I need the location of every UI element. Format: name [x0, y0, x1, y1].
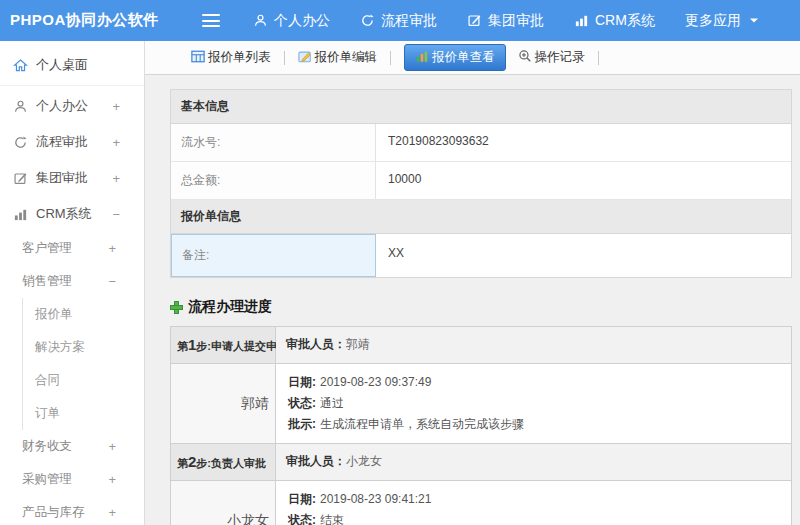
- expand-toggle[interactable]: +: [112, 135, 120, 150]
- view-chart-icon: [415, 50, 429, 66]
- nav-item-label: 集团审批: [488, 12, 544, 30]
- step-name: 步:申请人提交申请: [196, 340, 288, 352]
- expand-toggle[interactable]: +: [108, 472, 116, 487]
- home-icon: [12, 58, 28, 73]
- sidebar-item-label: 客户管理: [22, 240, 72, 257]
- comment-value: 生成流程申请单，系统自动完成该步骤: [320, 417, 524, 431]
- sidebar: 个人桌面 个人办公 + 流程审批 + 集团审批 +: [0, 41, 145, 525]
- sidebar-item-product-inventory[interactable]: 产品与库存 +: [0, 496, 144, 525]
- process-step1-detail-row: 郭靖 日期:2019-08-23 09:37:49 状态:通过 批示:生成流程申…: [171, 364, 791, 444]
- nav-item-personal-office[interactable]: 个人办公: [238, 2, 345, 40]
- serial-number-value: T20190823093632: [376, 124, 791, 161]
- detail-comment-line: 批示:生成流程申请单，系统自动完成该步骤: [288, 414, 779, 435]
- approver-cell: 审批人员：郭靖: [276, 327, 791, 363]
- total-amount-value: 10000: [376, 162, 791, 199]
- nav-item-label: CRM系统: [595, 12, 655, 30]
- process-step1-header-row: 第1步:申请人提交申请 审批人员：郭靖: [171, 327, 791, 364]
- status-value: 通过: [320, 396, 344, 410]
- sidebar-item-order[interactable]: 订单: [23, 397, 144, 430]
- sidebar-item-finance[interactable]: 财务收支 +: [0, 430, 144, 463]
- tab-label: 报价单查看: [432, 49, 495, 66]
- expand-toggle[interactable]: +: [108, 505, 116, 520]
- tab-divider: [390, 51, 391, 65]
- form-row-remark: 备注: XX: [171, 234, 791, 277]
- detail-date-line: 日期:2019-08-23 09:37:49: [288, 372, 779, 393]
- nav-item-group-approval[interactable]: 集团审批: [452, 2, 559, 40]
- remark-value: XX: [376, 234, 791, 277]
- date-value: 2019-08-23 09:37:49: [320, 375, 431, 389]
- date-label: 日期:: [288, 375, 316, 389]
- field-label: 流水号:: [171, 124, 376, 161]
- process-progress-title: 流程办理进度: [170, 298, 800, 316]
- approver-name: 郭靖: [346, 337, 370, 351]
- collapse-toggle[interactable]: −: [108, 274, 116, 289]
- approver-label: 审批人员：: [286, 454, 346, 468]
- process-title-text: 流程办理进度: [188, 298, 272, 316]
- date-value: 2019-08-23 09:41:21: [320, 492, 431, 506]
- sidebar-item-contract[interactable]: 合同: [23, 364, 144, 397]
- form-row-total-amount: 总金额: 10000: [171, 162, 791, 200]
- process-step2-detail-row: 小龙女 日期:2019-08-23 09:41:21 状态:结束 批示:通过: [171, 481, 791, 525]
- tab-quotation-view[interactable]: 报价单查看: [404, 44, 506, 71]
- step-prefix: 第: [177, 340, 188, 352]
- process-progress-table: 第1步:申请人提交申请 审批人员：郭靖 郭靖 日期:2019-08-23 09:…: [170, 326, 792, 525]
- tab-quotation-list[interactable]: 报价单列表: [185, 45, 277, 70]
- edit-note-icon: [298, 50, 312, 66]
- field-label: 总金额:: [171, 162, 376, 199]
- section-header-basic-info: 基本信息: [171, 90, 791, 124]
- tab-label: 报价单列表: [208, 49, 271, 66]
- sidebar-item-sales-mgmt[interactable]: 销售管理 −: [0, 265, 144, 298]
- sidebar-item-label: 个人办公: [36, 97, 88, 115]
- magnifier-plus-icon: [518, 49, 532, 66]
- app-logo: PHPOA协同办公软件: [0, 11, 160, 30]
- nav-item-crm[interactable]: CRM系统: [559, 2, 670, 40]
- tab-operation-log[interactable]: 操作记录: [512, 45, 591, 70]
- sidebar-item-label: 集团审批: [36, 169, 88, 187]
- hamburger-menu-icon[interactable]: [202, 14, 220, 27]
- sidebar-item-customer-mgmt[interactable]: 客户管理 +: [0, 232, 144, 265]
- sidebar-item-label: 财务收支: [22, 438, 72, 455]
- sidebar-item-desktop[interactable]: 个人桌面: [0, 45, 144, 86]
- user-icon: [12, 99, 28, 114]
- sidebar-item-label: 个人桌面: [36, 56, 88, 74]
- collapse-toggle[interactable]: −: [112, 207, 120, 222]
- handler-name-cell: 郭靖: [171, 364, 276, 443]
- expand-toggle[interactable]: +: [112, 171, 120, 186]
- sidebar-item-label: CRM系统: [36, 205, 92, 223]
- expand-toggle[interactable]: +: [108, 439, 116, 454]
- sidebar-item-crm[interactable]: CRM系统 −: [0, 196, 144, 232]
- step-name: 步:负责人审批: [196, 457, 266, 469]
- approver-label: 审批人员：: [286, 337, 346, 351]
- sidebar-item-group-approval[interactable]: 集团审批 +: [0, 160, 144, 196]
- cycle-icon: [360, 13, 375, 28]
- bar-chart-icon: [574, 13, 589, 28]
- sidebar-item-quotation[interactable]: 报价单: [23, 298, 144, 331]
- tab-bar: 报价单列表 报价单编辑 报价单查看 操作记录: [145, 41, 800, 75]
- green-plus-icon: [170, 301, 183, 314]
- sidebar-item-purchase[interactable]: 采购管理 +: [0, 463, 144, 496]
- app-window: PHPOA协同办公软件 个人办公 流程审批 集团审批: [0, 0, 800, 525]
- sidebar-item-personal-office[interactable]: 个人办公 +: [0, 88, 144, 124]
- caret-down-icon: [749, 17, 759, 24]
- tab-divider: [598, 51, 599, 65]
- status-value: 结束: [320, 513, 344, 525]
- step-detail-cell: 日期:2019-08-23 09:37:49 状态:通过 批示:生成流程申请单，…: [276, 364, 791, 443]
- edit-square-icon: [12, 171, 28, 186]
- nav-item-more-apps[interactable]: 更多应用: [670, 2, 774, 40]
- detail-status-line: 状态:通过: [288, 393, 779, 414]
- quotation-detail-panel: 基本信息 流水号: T20190823093632 总金额: 10000 报价单…: [170, 89, 792, 278]
- sidebar-item-solution[interactable]: 解决方案: [23, 331, 144, 364]
- nav-item-label: 更多应用: [685, 12, 741, 30]
- nav-item-workflow-approval[interactable]: 流程审批: [345, 2, 452, 40]
- sidebar-item-label: 产品与库存: [22, 504, 85, 521]
- tab-quotation-edit[interactable]: 报价单编辑: [292, 45, 384, 70]
- step-label-cell: 第1步:申请人提交申请: [171, 327, 276, 363]
- expand-toggle[interactable]: +: [112, 99, 120, 114]
- sidebar-item-label: 流程审批: [36, 133, 88, 151]
- top-navbar: PHPOA协同办公软件 个人办公 流程审批 集团审批: [0, 0, 800, 41]
- approver-name: 小龙女: [346, 454, 382, 468]
- sidebar-item-workflow-approval[interactable]: 流程审批 +: [0, 124, 144, 160]
- approver-cell: 审批人员：小龙女: [276, 444, 791, 480]
- expand-toggle[interactable]: +: [108, 241, 116, 256]
- sidebar-item-label: 报价单: [35, 306, 73, 323]
